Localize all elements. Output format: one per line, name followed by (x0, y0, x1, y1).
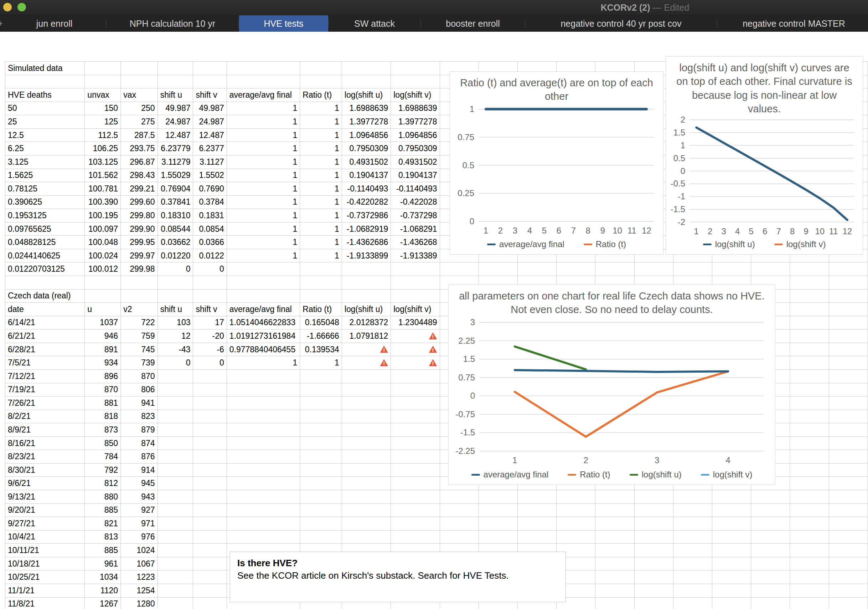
cell[interactable]: 275 (121, 115, 158, 129)
cell[interactable] (158, 383, 193, 396)
cell[interactable]: 1 (226, 115, 300, 129)
cell[interactable]: 1 (300, 128, 342, 142)
cell[interactable]: 100.097 (85, 222, 121, 236)
cell[interactable] (300, 383, 342, 396)
cell[interactable]: 112.5 (85, 128, 121, 142)
cell[interactable] (158, 423, 193, 437)
cell[interactable]: 49.987 (158, 102, 193, 115)
cell[interactable] (300, 530, 342, 544)
cell[interactable] (829, 356, 868, 370)
cell[interactable]: 7/26/21 (5, 396, 85, 410)
cell[interactable]: 1 (226, 169, 300, 182)
cell[interactable] (158, 544, 193, 557)
cell[interactable] (121, 75, 158, 89)
cell[interactable]: 850 (85, 437, 121, 450)
cell[interactable]: 103 (158, 316, 193, 329)
column-header-cell[interactable]: date (5, 303, 85, 316)
cell[interactable]: 0.03662 (158, 236, 193, 249)
column-header-cell[interactable]: HVE deaths (5, 89, 85, 102)
cell[interactable]: 7/12/21 (5, 370, 85, 383)
cell[interactable]: 10/11/21 (5, 544, 85, 557)
cell[interactable] (300, 477, 342, 490)
cell[interactable]: 881 (85, 396, 121, 410)
cell[interactable]: 1 (226, 196, 300, 209)
cell[interactable]: 100.012 (85, 263, 121, 276)
cell[interactable]: 813 (85, 530, 121, 544)
column-header-cell[interactable]: unvax (85, 89, 121, 102)
cell[interactable] (226, 263, 300, 276)
cell[interactable]: 0.0366 (193, 236, 226, 249)
cell[interactable]: 6/28/21 (5, 343, 85, 356)
cell[interactable] (829, 303, 868, 316)
cell[interactable]: 125 (85, 115, 121, 129)
cell[interactable] (712, 597, 751, 609)
cell[interactable]: 946 (85, 329, 121, 343)
cell[interactable] (595, 517, 634, 531)
cell[interactable] (790, 263, 829, 276)
cell[interactable]: 806 (121, 383, 158, 396)
cell[interactable] (595, 490, 634, 504)
cell[interactable]: 1 (226, 182, 300, 196)
cell[interactable] (226, 410, 300, 423)
cell[interactable]: -1.913389 (391, 249, 440, 263)
cell[interactable]: 1 (226, 236, 300, 249)
cell[interactable]: 103.125 (85, 155, 121, 169)
cell[interactable] (158, 396, 193, 410)
cell[interactable]: 6/21/21 (5, 329, 85, 343)
cell[interactable]: 7/19/21 (5, 383, 85, 396)
cell[interactable]: 722 (121, 316, 158, 329)
cell[interactable]: 100.390 (85, 196, 121, 209)
cell[interactable]: 1.6988639 (391, 102, 440, 115)
cell[interactable]: 927 (121, 503, 158, 517)
cell[interactable] (829, 557, 868, 570)
cell[interactable] (751, 490, 790, 504)
cell[interactable]: 0.1953125 (5, 209, 85, 222)
column-header-cell[interactable]: shift v (193, 303, 226, 316)
cell[interactable]: 0.9778840406455 (226, 343, 300, 356)
cell[interactable]: 821 (85, 517, 121, 531)
cell[interactable]: 299.60 (121, 196, 158, 209)
cell[interactable] (193, 503, 226, 517)
cell[interactable] (342, 490, 391, 504)
cell[interactable]: 9/20/21 (5, 503, 85, 517)
cell[interactable] (751, 597, 790, 609)
cell[interactable]: 299.97 (121, 249, 158, 263)
cell[interactable]: 3.125 (5, 155, 85, 169)
cell[interactable] (226, 530, 300, 544)
cell[interactable] (342, 503, 391, 517)
cell[interactable]: 934 (85, 356, 121, 370)
cell[interactable]: 870 (121, 370, 158, 383)
cell[interactable] (829, 490, 868, 504)
cell[interactable] (226, 383, 300, 396)
cell[interactable]: 961 (85, 557, 121, 570)
cell[interactable]: 8/30/21 (5, 463, 85, 477)
cell[interactable] (829, 423, 868, 437)
cell[interactable]: 1 (300, 196, 342, 209)
cell[interactable] (226, 396, 300, 410)
cell[interactable] (790, 437, 829, 450)
cell[interactable] (518, 530, 556, 544)
cell[interactable] (193, 450, 226, 463)
cell[interactable] (226, 490, 300, 504)
cell[interactable]: 299.80 (121, 209, 158, 222)
cell[interactable] (556, 503, 595, 517)
cell[interactable]: 1 (300, 209, 342, 222)
cell[interactable] (634, 263, 673, 276)
cell[interactable]: 8/2/21 (5, 410, 85, 423)
cell[interactable] (300, 490, 342, 504)
cell[interactable]: 6.25 (5, 142, 85, 155)
cell[interactable]: 0.048828125 (5, 236, 85, 249)
cell[interactable]: -6 (193, 343, 226, 356)
tab-negative-control-40-yr-post-cov[interactable]: negative control 40 yr post cov (525, 16, 717, 32)
cell[interactable]: 0.4931502 (391, 155, 440, 169)
cell[interactable]: 8/16/21 (5, 437, 85, 450)
cell[interactable] (790, 557, 829, 570)
cell[interactable]: 0.7950309 (342, 142, 391, 155)
cell[interactable] (226, 289, 300, 303)
column-header-cell[interactable]: shift v (193, 89, 226, 102)
cell[interactable] (556, 517, 595, 531)
cell[interactable]: 1 (300, 356, 342, 370)
cell[interactable]: 1.55029 (158, 169, 193, 182)
cell[interactable] (440, 517, 479, 531)
cell[interactable] (595, 530, 634, 544)
